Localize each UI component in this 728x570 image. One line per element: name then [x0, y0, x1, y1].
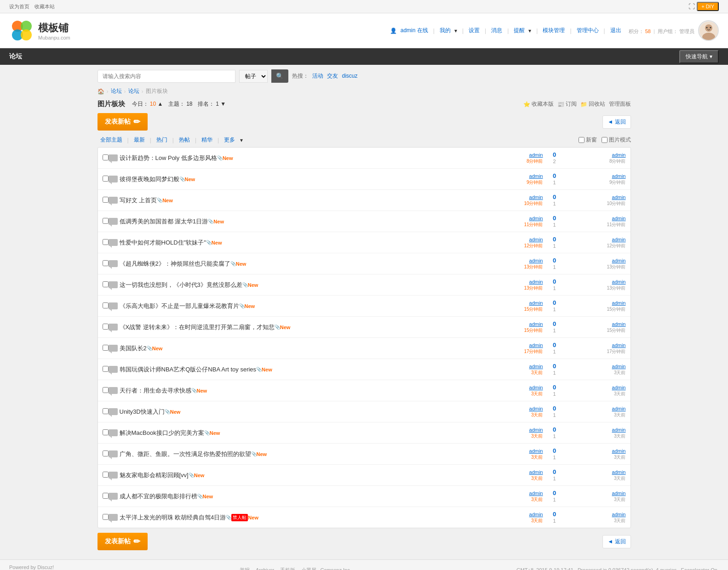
thread-checkbox-5[interactable]: [103, 260, 109, 266]
last-post-author-link[interactable]: admin: [612, 385, 626, 390]
thread-title-link[interactable]: 魅友家电影会精彩回顾[vv]: [120, 471, 189, 479]
report-link[interactable]: 举报: [240, 567, 250, 570]
thread-checkbox-10[interactable]: [103, 366, 109, 372]
last-post-author-link[interactable]: admin: [612, 321, 626, 327]
logout-link[interactable]: 退出: [610, 27, 621, 34]
thread-title-link[interactable]: 《乐高大电影》不止是一部儿童爆米花教育片: [120, 302, 239, 310]
thread-title-link[interactable]: 天行者：用生命去寻求快感: [120, 387, 191, 395]
thread-author-link[interactable]: admin: [529, 300, 543, 306]
thread-title-link[interactable]: 成人都不宜的极限电影排行榜: [120, 492, 197, 501]
breadcrumb-forum2[interactable]: 论坛: [128, 87, 139, 95]
thread-author-link[interactable]: admin: [529, 237, 543, 242]
filter-sticky[interactable]: 热帖: [176, 135, 193, 145]
thread-checkbox-1[interactable]: [103, 176, 109, 182]
search-button[interactable]: 🔍: [271, 69, 288, 83]
last-post-author-link[interactable]: admin: [612, 279, 626, 285]
thread-checkbox-11[interactable]: [103, 387, 109, 393]
thread-checkbox-6[interactable]: [103, 281, 109, 287]
thread-title-link[interactable]: 美国队长2: [120, 344, 147, 353]
image-mode-option[interactable]: 图片模式: [602, 136, 631, 144]
last-post-author-link[interactable]: admin: [612, 237, 626, 242]
thread-checkbox-7[interactable]: [103, 302, 109, 308]
last-post-author-link[interactable]: admin: [612, 490, 626, 496]
search-input[interactable]: [97, 70, 235, 83]
thread-checkbox-13[interactable]: [103, 429, 109, 435]
collect-board-link[interactable]: ⭐ 收藏本版: [523, 100, 554, 108]
hot-item-friends[interactable]: 交友: [327, 73, 338, 79]
thread-checkbox-3[interactable]: [103, 218, 109, 224]
image-mode-checkbox[interactable]: [602, 137, 608, 143]
back-button-bottom[interactable]: ◄ 返回: [602, 535, 631, 548]
hot-item-discuz[interactable]: discuz: [342, 73, 358, 79]
thread-title-link[interactable]: 低调秀美的加国首都 渥太华1日游: [120, 217, 208, 226]
settings-link[interactable]: 设置: [469, 27, 480, 34]
filter-all[interactable]: 全部主题: [97, 135, 125, 145]
thread-author-link[interactable]: admin: [529, 152, 543, 158]
thread-checkbox-8[interactable]: [103, 324, 109, 330]
collect-link[interactable]: 收藏本站: [34, 4, 55, 9]
thread-author-link[interactable]: admin: [529, 469, 543, 475]
thread-checkbox-17[interactable]: [103, 514, 109, 520]
thread-author-link[interactable]: admin: [529, 258, 543, 263]
last-post-author-link[interactable]: admin: [612, 469, 626, 475]
thread-title-link[interactable]: 广角、微距、鱼眼。一次性满足你热爱拍照的欲望: [120, 450, 251, 458]
thread-title-link[interactable]: 写好文 上首页: [120, 196, 157, 205]
messages-link[interactable]: 消息: [491, 27, 502, 34]
thread-checkbox-4[interactable]: [103, 239, 109, 245]
thread-title-link[interactable]: 《超凡蜘蛛侠2》：神烦屌丝也只能卖腐了: [120, 260, 230, 268]
thread-author-link[interactable]: admin: [529, 194, 543, 200]
last-post-author-link[interactable]: admin: [612, 173, 626, 179]
thread-checkbox-14[interactable]: [103, 450, 109, 456]
thread-author-link[interactable]: admin: [529, 342, 543, 348]
thread-author-link[interactable]: admin: [529, 279, 543, 285]
set-home-link[interactable]: 设为首页: [9, 4, 29, 9]
last-post-author-link[interactable]: admin: [612, 448, 626, 454]
search-scope-select[interactable]: 帖子: [239, 70, 268, 83]
breadcrumb-forum1[interactable]: 论坛: [111, 87, 122, 95]
new-window-option[interactable]: 新窗: [579, 136, 597, 144]
last-post-author-link[interactable]: admin: [612, 258, 626, 263]
filter-hot[interactable]: 热门: [154, 135, 170, 145]
last-post-author-link[interactable]: admin: [612, 364, 626, 369]
thread-title-link[interactable]: 《X战警 逆转未来》：在时间逆流里打开第二扇窗，才知悲: [120, 323, 275, 331]
post-new-thread-button-top[interactable]: 发表新帖 ✏: [97, 113, 148, 131]
new-window-checkbox[interactable]: [579, 137, 585, 143]
thread-checkbox-2[interactable]: [103, 197, 109, 203]
thread-author-link[interactable]: admin: [529, 427, 543, 433]
thread-checkbox-12[interactable]: [103, 408, 109, 414]
home-icon-link[interactable]: 🏠: [97, 88, 104, 95]
thread-title-link[interactable]: 解决MacBook接口少的完美方案: [120, 429, 204, 437]
thread-title-link[interactable]: 韩国玩偶设计师NBA艺术Q版公仔NBA Art toy series: [120, 365, 257, 374]
back-button-top[interactable]: ◄ 返回: [602, 115, 631, 129]
thread-checkbox-16[interactable]: [103, 493, 109, 499]
last-post-author-link[interactable]: admin: [612, 406, 626, 411]
module-mgmt-link[interactable]: 模块管理: [543, 27, 565, 34]
thread-author-link[interactable]: admin: [529, 490, 543, 496]
thread-author-link[interactable]: admin: [529, 216, 543, 221]
thread-author-link[interactable]: admin: [529, 385, 543, 390]
thread-author-link[interactable]: admin: [529, 364, 543, 369]
thread-author-link[interactable]: admin: [529, 321, 543, 327]
diy-button[interactable]: + DIY: [697, 2, 719, 11]
blackroom-link[interactable]: 小黑屋: [301, 567, 316, 570]
admin-link[interactable]: admin 在线: [401, 27, 428, 34]
thread-title-link[interactable]: 设计新趋势：Low Poly 低多边形风格: [120, 154, 217, 162]
archiver-link[interactable]: Archiver: [256, 567, 274, 570]
thread-checkbox-15[interactable]: [103, 472, 109, 478]
thread-title-link[interactable]: 这一切我也没想到，《小时代3》竟然没那么差: [120, 281, 242, 289]
manage-panel-link[interactable]: 管理面板: [609, 100, 631, 108]
last-post-author-link[interactable]: admin: [612, 427, 626, 433]
thread-title-link[interactable]: 彼得堡夜晚如同梦幻般: [120, 175, 179, 183]
last-post-author-link[interactable]: admin: [612, 512, 626, 517]
last-post-author-link[interactable]: admin: [612, 194, 626, 200]
thread-title-link[interactable]: 太平洋上发光的明珠 欧胡经典自驾4日游: [120, 513, 226, 522]
post-new-thread-button-bottom[interactable]: 发表新帖 ✏: [97, 533, 148, 550]
filter-latest[interactable]: 最新: [131, 135, 148, 145]
my-link[interactable]: 我的: [440, 27, 451, 34]
thread-author-link[interactable]: admin: [529, 406, 543, 411]
subscribe-link[interactable]: 📰 订阅: [557, 100, 577, 108]
thread-author-link[interactable]: admin: [529, 512, 543, 517]
thread-title-link[interactable]: 性爱中如何才能HOLD住"软妹子": [120, 239, 206, 247]
last-post-author-link[interactable]: admin: [612, 300, 626, 306]
quick-nav-button[interactable]: 快速导航 ▾: [679, 50, 719, 63]
